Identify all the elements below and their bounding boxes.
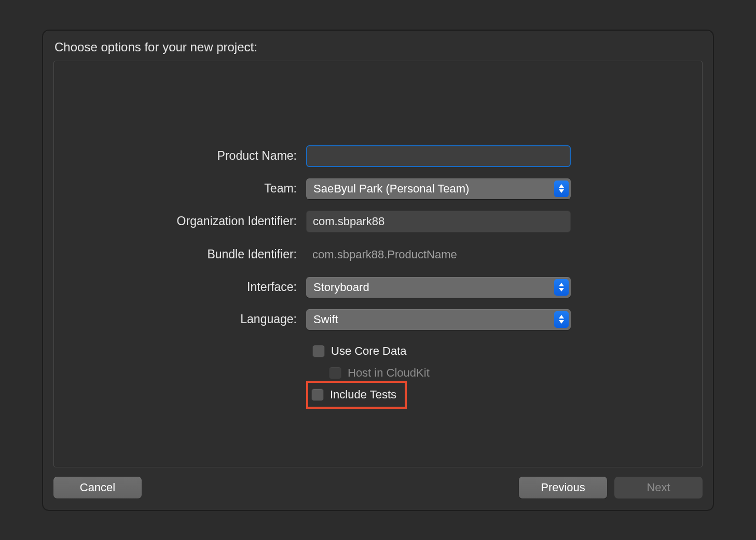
row-org-identifier: Organization Identifier: com.sbpark88 [54,211,702,232]
row-product-name: Product Name: [54,145,702,167]
row-team: Team: SaeByul Park (Personal Team) [54,178,702,199]
chevron-up-down-icon [554,279,569,296]
product-name-input[interactable] [306,145,571,167]
form-frame: Product Name: Team: SaeByul Park (Person… [53,61,703,467]
svg-marker-4 [559,315,564,319]
include-tests-label: Include Tests [330,388,396,401]
form: Product Name: Team: SaeByul Park (Person… [54,145,702,403]
interface-select-value: Storyboard [313,281,369,294]
next-button: Next [614,477,703,499]
interface-label: Interface: [54,280,306,294]
svg-marker-3 [559,288,564,292]
previous-button[interactable]: Previous [519,477,607,499]
svg-marker-5 [559,320,564,324]
language-select[interactable]: Swift [306,309,571,330]
cancel-button[interactable]: Cancel [53,477,142,499]
team-select[interactable]: SaeByul Park (Personal Team) [306,178,571,199]
row-include-tests: Include Tests [54,387,702,403]
svg-marker-2 [559,283,564,286]
include-tests-checkbox[interactable] [311,389,324,401]
org-identifier-input[interactable]: com.sbpark88 [306,211,571,232]
row-interface: Interface: Storyboard [54,277,702,298]
new-project-options-dialog: Choose options for your new project: Pro… [43,30,713,510]
dialog-footer: Cancel Previous Next [43,477,713,510]
row-use-core-data: Use Core Data [54,343,702,359]
org-identifier-label: Organization Identifier: [54,214,306,228]
chevron-up-down-icon [554,181,569,197]
chevron-up-down-icon [554,311,569,328]
bundle-identifier-label: Bundle Identifier: [54,247,306,261]
org-identifier-value: com.sbpark88 [313,215,384,228]
team-label: Team: [54,182,306,196]
host-cloudkit-label: Host in CloudKit [348,366,430,380]
use-core-data-checkbox[interactable] [312,345,325,357]
row-language: Language: Swift [54,309,702,330]
product-name-label: Product Name: [54,149,306,163]
use-core-data-label: Use Core Data [331,344,407,358]
svg-marker-0 [559,184,564,188]
team-select-value: SaeByul Park (Personal Team) [313,182,469,196]
include-tests-highlight: Include Tests [306,381,407,409]
svg-marker-1 [559,189,564,193]
interface-select[interactable]: Storyboard [306,277,571,298]
row-host-cloudkit: Host in CloudKit [54,365,702,381]
host-cloudkit-checkbox [329,367,341,379]
language-select-value: Swift [313,313,338,326]
checkbox-group: Use Core Data Host in CloudKit Include T… [54,343,702,403]
row-bundle-identifier: Bundle Identifier: com.sbpark88.ProductN… [54,244,702,266]
dialog-title: Choose options for your new project: [43,31,713,61]
language-label: Language: [54,312,306,326]
bundle-identifier-value: com.sbpark88.ProductName [306,244,571,266]
